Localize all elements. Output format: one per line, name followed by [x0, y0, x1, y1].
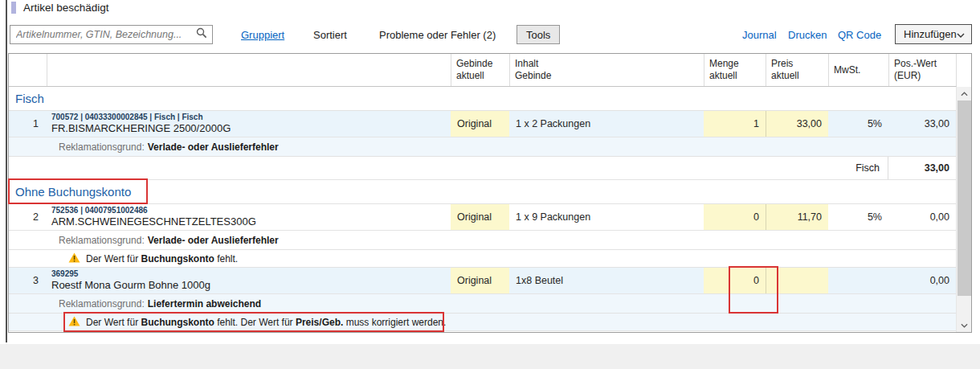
article-meta: 369295: [51, 269, 78, 280]
warning-row: Der Wert für Buchungskonto fehlt. Der We…: [9, 314, 956, 331]
chevron-down-icon: [957, 28, 965, 40]
reklamation-row: Reklamationsgrund:Liefertermin abweichen…: [9, 294, 956, 314]
header-gebinde-aktuell[interactable]: Gebinde aktuell: [451, 54, 509, 86]
header-mwst[interactable]: MwSt.: [828, 54, 888, 86]
scrollbar-down-arrow-icon[interactable]: [957, 318, 972, 332]
mwst-cell: [828, 268, 888, 293]
group-total-row: Fisch33,00: [9, 157, 956, 180]
view-sortiert-link[interactable]: Sortiert: [313, 29, 347, 41]
group-name: Fisch: [15, 92, 44, 105]
header-inhalt-gebinde[interactable]: Inhalt Gebinde: [509, 54, 704, 86]
reklamation-label: Reklamationsgrund:: [59, 235, 145, 246]
table-header-row: Gebinde aktuell Inhalt Gebinde Menge akt…: [9, 54, 957, 87]
row-number: 1: [9, 111, 47, 137]
reklamation-label: Reklamationsgrund:: [59, 141, 145, 153]
mwst-cell: 5%: [828, 204, 888, 230]
drucken-link[interactable]: Drucken: [788, 29, 827, 41]
article-cell: 752536 | 04007951002486ARM.SCHWEINEGESCH…: [47, 204, 451, 230]
app-root: Artikel beschädigt Gruppiert Sortiert Pr…: [0, 0, 980, 369]
gebinde-cell[interactable]: Original: [451, 268, 509, 293]
header-menge-aktuell[interactable]: Menge aktuell: [704, 54, 766, 86]
qr-code-link[interactable]: QR Code: [838, 29, 881, 41]
inhalt-cell: 1 x 2 Packungen: [509, 111, 704, 137]
reklamation-label: Reklamationsgrund:: [59, 298, 145, 310]
table-row[interactable]: 2752536 | 04007951002486ARM.SCHWEINEGESC…: [9, 204, 956, 231]
poswert-cell: 33,00: [888, 111, 956, 137]
warning-triangle-icon: [68, 316, 80, 329]
scrollbar-up-arrow-icon[interactable]: [957, 87, 972, 100]
warning-text: Der Wert für Buchungskonto fehlt.: [86, 253, 238, 264]
article-cell: 700572 | 04033300002845 | Fisch | FischF…: [47, 111, 451, 137]
panel-left-border: [6, 0, 7, 342]
article-name: ARM.SCHWEINEGESCHNETZELTES300G: [51, 215, 256, 228]
probleme-oder-fehler-link[interactable]: Probleme oder Fehler (2): [379, 29, 496, 41]
footer-bar: [0, 344, 980, 369]
reklamation-row: Reklamationsgrund:Verlade- oder Ausliefe…: [9, 231, 956, 250]
preis-cell[interactable]: 33,00: [766, 111, 828, 137]
group-header-row[interactable]: Ohne Buchungskonto: [9, 180, 956, 204]
hinzufuegen-label: Hinzufügen: [904, 28, 957, 40]
page-title: Artikel beschädigt: [23, 2, 109, 14]
article-name: FR.BISMARCKHERINGE 2500/2000G: [51, 122, 231, 135]
inhalt-cell: 1 x 9 Packungen: [509, 204, 704, 230]
article-meta: 752536 | 04007951002486: [51, 206, 148, 216]
journal-link[interactable]: Journal: [742, 29, 777, 41]
vertical-scrollbar[interactable]: [956, 87, 971, 332]
row-number: 2: [9, 204, 47, 230]
search-icon[interactable]: [196, 27, 207, 42]
row-number: 3: [9, 268, 47, 293]
mwst-cell: 5%: [828, 111, 888, 137]
preis-cell[interactable]: [766, 268, 828, 293]
warning-triangle-icon: [68, 252, 80, 265]
table-row[interactable]: 1700572 | 04033300002845 | Fisch | Fisch…: [9, 111, 956, 137]
reklamation-value: Verlade- oder Auslieferfehler: [148, 141, 279, 153]
group-total-value: 33,00: [888, 162, 956, 174]
hinzufuegen-button[interactable]: Hinzufügen: [895, 24, 972, 44]
title-accent-bar: [11, 2, 16, 14]
menge-cell[interactable]: 1: [704, 111, 766, 137]
header-preis-aktuell[interactable]: Preis aktuell: [766, 54, 828, 86]
tools-button[interactable]: Tools: [517, 25, 560, 44]
titlebar: Artikel beschädigt: [11, 2, 109, 14]
article-meta: 700572 | 04033300002845 | Fisch | Fisch: [51, 113, 203, 123]
reklamation-value: Liefertermin abweichend: [148, 298, 261, 310]
scrollbar-thumb[interactable]: [958, 100, 971, 296]
header-pos-wert[interactable]: Pos.-Wert (EUR): [888, 54, 956, 86]
article-cell: 369295Roestf Mona Gourm Bohne 1000g: [47, 268, 451, 293]
group-total-label: Fisch: [9, 157, 888, 179]
reklamation-row: Reklamationsgrund:Verlade- oder Ausliefe…: [9, 137, 956, 157]
table-body: Fisch1700572 | 04033300002845 | Fisch | …: [9, 87, 956, 331]
reklamation-value: Verlade- oder Auslieferfehler: [148, 235, 279, 246]
inhalt-cell: 1x8 Beutel: [509, 268, 704, 293]
view-gruppiert-link[interactable]: Gruppiert: [241, 29, 284, 41]
poswert-cell: 0,00: [888, 204, 956, 230]
menge-cell[interactable]: 0: [704, 204, 766, 230]
search-box[interactable]: [10, 25, 213, 44]
header-row-number: [9, 54, 47, 86]
items-table: Gebinde aktuell Inhalt Gebinde Menge akt…: [8, 53, 972, 333]
article-name: Roestf Mona Gourm Bohne 1000g: [51, 279, 210, 292]
table-row[interactable]: 3369295Roestf Mona Gourm Bohne 1000gOrig…: [9, 268, 956, 294]
preis-cell[interactable]: 11,70: [766, 204, 828, 230]
header-article: [47, 54, 451, 86]
poswert-cell: 0,00: [888, 268, 956, 293]
warning-text: Der Wert für Buchungskonto fehlt. Der We…: [86, 317, 446, 328]
group-header-row[interactable]: Fisch: [9, 87, 956, 111]
warning-row: Der Wert für Buchungskonto fehlt.: [9, 250, 956, 268]
group-name: Ohne Buchungskonto: [15, 185, 131, 199]
menge-cell[interactable]: 0: [704, 268, 766, 293]
search-input[interactable]: [10, 29, 196, 40]
gebinde-cell[interactable]: Original: [451, 204, 509, 230]
gebinde-cell[interactable]: Original: [451, 111, 509, 137]
